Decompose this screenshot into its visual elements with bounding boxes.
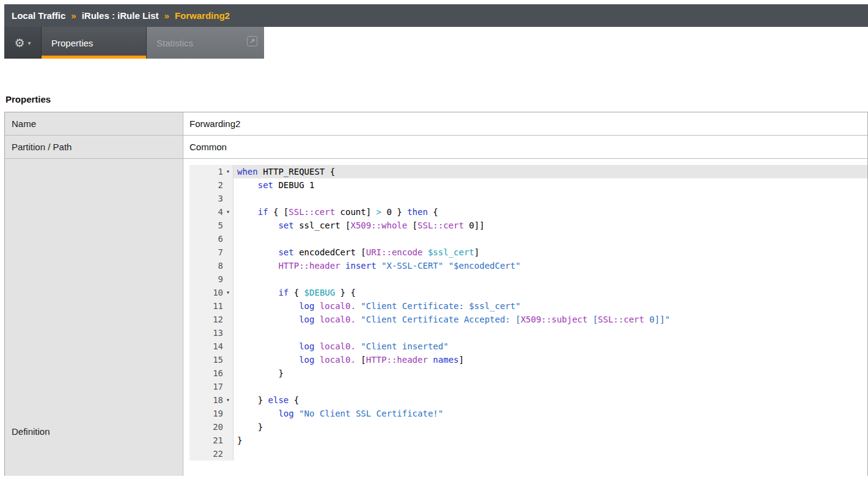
line-number: 6 xyxy=(189,232,234,246)
table-row: Definition 1▾when HTTP_REQUEST {2 set DE… xyxy=(5,159,867,476)
code-text[interactable]: } xyxy=(234,366,867,380)
code-text[interactable]: log local0. "Client Certificate Accepted… xyxy=(234,313,867,326)
line-number: 14 xyxy=(189,340,234,353)
line-number: 19 xyxy=(189,407,234,420)
code-text[interactable]: log local0. "Client Certificate: $ssl_ce… xyxy=(234,299,867,313)
code-editor[interactable]: 1▾when HTTP_REQUEST {2 set DEBUG 134▾ if… xyxy=(189,165,867,461)
properties-table: Name Forwarding2 Partition / Path Common… xyxy=(4,112,868,476)
line-number: 16 xyxy=(189,366,234,380)
fold-arrow-icon[interactable]: ▾ xyxy=(223,393,233,407)
line-number: 3 xyxy=(189,192,234,205)
table-row: Name Forwarding2 xyxy=(5,112,867,136)
code-line: 12 log local0. "Client Certificate Accep… xyxy=(189,313,867,326)
tab-bar: ⚙ ▾ Properties Statistics ↗ xyxy=(4,27,264,59)
code-line: 15 log local0. [HTTP::header names] xyxy=(189,353,867,366)
line-number: 2 xyxy=(189,178,234,192)
row-label-partition-path: Partition / Path xyxy=(5,136,183,158)
fold-arrow-icon[interactable]: ▾ xyxy=(223,205,233,219)
code-line: 7 set encodedCert [URI::encode $ssl_cert… xyxy=(189,246,867,259)
breadcrumb: Local Traffic » iRules : iRule List » Fo… xyxy=(4,4,868,27)
breadcrumb-section: Local Traffic xyxy=(12,10,65,21)
row-label-definition: Definition xyxy=(5,159,183,476)
code-text[interactable]: } xyxy=(234,434,867,447)
code-line: 1▾when HTTP_REQUEST { xyxy=(189,165,867,178)
line-number: 15 xyxy=(189,353,234,366)
line-number: 1▾ xyxy=(189,165,234,178)
gear-menu-button[interactable]: ⚙ ▾ xyxy=(4,27,42,59)
page-title: Properties xyxy=(6,94,868,104)
code-text[interactable] xyxy=(234,272,867,286)
code-line: 11 log local0. "Client Certificate: $ssl… xyxy=(189,299,867,313)
code-line: 4▾ if { [SSL::cert count] > 0 } then { xyxy=(189,205,867,219)
line-number: 13 xyxy=(189,326,234,340)
line-number: 5 xyxy=(189,219,234,232)
fold-arrow-icon[interactable]: ▾ xyxy=(223,286,233,299)
code-text[interactable] xyxy=(234,192,867,205)
code-text[interactable]: set encodedCert [URI::encode $ssl_cert] xyxy=(234,246,867,259)
table-row: Partition / Path Common xyxy=(5,136,867,159)
gear-icon: ⚙ xyxy=(14,37,24,49)
line-number: 21 xyxy=(189,434,234,447)
code-line: 20 } xyxy=(189,420,867,434)
code-line: 14 log local0. "Client inserted" xyxy=(189,340,867,353)
line-number: 9 xyxy=(189,272,234,286)
code-line: 8 HTTP::header insert "X-SSL-CERT" "$enc… xyxy=(189,259,867,272)
line-number: 22 xyxy=(189,447,234,461)
code-line: 5 set ssl_cert [X509::whole [SSL::cert 0… xyxy=(189,219,867,232)
active-tab-underline xyxy=(42,56,146,59)
code-text[interactable]: set DEBUG 1 xyxy=(234,178,867,192)
breadcrumb-separator-icon: » xyxy=(71,10,76,21)
code-text[interactable]: log local0. "Client inserted" xyxy=(234,340,867,353)
definition-label: Definition xyxy=(12,426,50,437)
line-number: 11 xyxy=(189,299,234,313)
code-line: 19 log "No Client SSL Certificate!" xyxy=(189,407,867,420)
popout-icon[interactable]: ↗ xyxy=(247,36,257,46)
fold-arrow-icon[interactable]: ▾ xyxy=(223,165,233,178)
code-text[interactable]: log local0. [HTTP::header names] xyxy=(234,353,867,366)
breadcrumb-link-irule-list[interactable]: iRules : iRule List xyxy=(82,10,159,21)
line-number: 20 xyxy=(189,420,234,434)
code-line: 22 xyxy=(189,447,867,461)
breadcrumb-separator-icon: » xyxy=(164,10,169,21)
tab-statistics-label: Statistics xyxy=(156,38,193,48)
line-number: 8 xyxy=(189,259,234,272)
code-line: 2 set DEBUG 1 xyxy=(189,178,867,192)
partition-path-value: Common xyxy=(183,136,867,158)
row-label-name: Name xyxy=(5,112,183,135)
code-line: 17 xyxy=(189,380,867,393)
code-editor-lines: 1▾when HTTP_REQUEST {2 set DEBUG 134▾ if… xyxy=(189,165,867,461)
code-text[interactable]: if { [SSL::cert count] > 0 } then { xyxy=(234,205,867,219)
line-number: 17 xyxy=(189,380,234,393)
code-line: 6 xyxy=(189,232,867,246)
chevron-down-icon: ▾ xyxy=(28,40,31,46)
code-line: 13 xyxy=(189,326,867,340)
code-text[interactable] xyxy=(234,447,867,461)
code-line: 16 } xyxy=(189,366,867,380)
code-text[interactable]: log "No Client SSL Certificate!" xyxy=(234,407,867,420)
code-text[interactable]: HTTP::header insert "X-SSL-CERT" "$encod… xyxy=(234,259,867,272)
code-text[interactable] xyxy=(234,326,867,340)
name-value: Forwarding2 xyxy=(183,112,867,135)
code-text[interactable]: when HTTP_REQUEST { xyxy=(234,165,867,178)
code-text[interactable]: set ssl_cert [X509::whole [SSL::cert 0]] xyxy=(234,219,867,232)
line-number: 4▾ xyxy=(189,205,234,219)
tab-statistics[interactable]: Statistics ↗ xyxy=(147,27,264,59)
code-text[interactable]: } else { xyxy=(234,393,867,407)
code-line: 21} xyxy=(189,434,867,447)
line-number: 10▾ xyxy=(189,286,234,299)
breadcrumb-current: Forwarding2 xyxy=(175,10,230,21)
code-line: 18▾ } else { xyxy=(189,393,867,407)
line-number: 18▾ xyxy=(189,393,234,407)
definition-cell: 1▾when HTTP_REQUEST {2 set DEBUG 134▾ if… xyxy=(183,159,867,476)
code-line: 10▾ if { $DEBUG } { xyxy=(189,286,867,299)
line-number: 12 xyxy=(189,313,234,326)
code-text[interactable]: } xyxy=(234,420,867,434)
line-number: 7 xyxy=(189,246,234,259)
code-text[interactable] xyxy=(234,232,867,246)
code-line: 9 xyxy=(189,272,867,286)
tab-properties[interactable]: Properties xyxy=(42,27,147,59)
code-text[interactable]: if { $DEBUG } { xyxy=(234,286,867,299)
code-text[interactable] xyxy=(234,380,867,393)
code-line: 3 xyxy=(189,192,867,205)
tab-properties-label: Properties xyxy=(51,38,93,48)
